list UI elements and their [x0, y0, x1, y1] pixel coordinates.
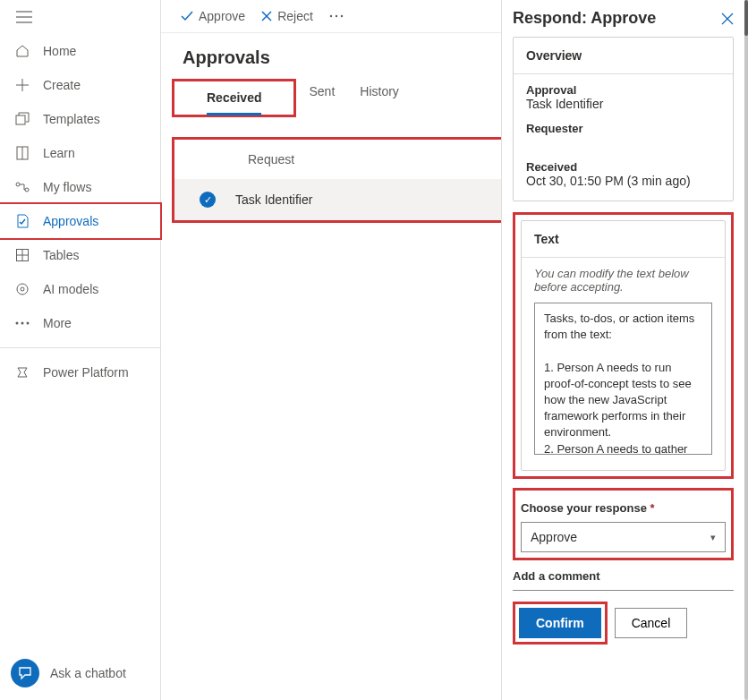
sidebar-item-tables[interactable]: Tables: [0, 238, 160, 272]
scrollbar-thumb[interactable]: [744, 0, 748, 36]
request-title: Task Identifier: [235, 192, 312, 207]
comment-label: Add a comment: [513, 569, 734, 583]
sidebar-item-learn[interactable]: Learn: [0, 136, 160, 170]
plus-icon: [14, 77, 30, 93]
svg-point-21: [336, 15, 337, 17]
approvals-icon: [14, 213, 30, 229]
svg-point-13: [17, 284, 28, 295]
sidebar-item-aimodels[interactable]: AI models: [0, 272, 160, 306]
svg-point-15: [16, 322, 19, 325]
panel-title: Respond: Approve: [513, 9, 656, 28]
flow-icon: [14, 179, 30, 195]
reject-label: Reject: [277, 9, 313, 23]
hamburger-icon: [16, 11, 32, 23]
sidebar-label: Create: [43, 78, 81, 92]
request-row[interactable]: ✓ Task Identifier: [174, 179, 505, 220]
table-icon: [14, 247, 30, 263]
sidebar-label: More: [43, 316, 72, 330]
x-icon: [261, 11, 272, 21]
sidebar-label: Learn: [43, 146, 75, 160]
selected-check-icon: ✓: [200, 192, 216, 208]
tab-received[interactable]: Received: [207, 81, 261, 115]
more-actions[interactable]: [329, 14, 344, 18]
confirm-button[interactable]: Confirm: [519, 608, 601, 638]
svg-point-14: [21, 287, 24, 291]
sidebar-label: Power Platform: [43, 365, 129, 380]
reject-action[interactable]: Reject: [261, 9, 313, 23]
chatbot-icon: [11, 659, 39, 687]
requester-value: [526, 135, 720, 149]
received-value: Oct 30, 01:50 PM (3 min ago): [526, 174, 720, 188]
text-input[interactable]: [534, 303, 712, 455]
check-icon: [181, 11, 193, 21]
response-label: Choose your response *: [521, 501, 726, 515]
sidebar-label: Home: [43, 44, 76, 58]
scrollbar[interactable]: [744, 0, 748, 700]
ellipsis-icon: [329, 14, 344, 18]
sidebar-item-create[interactable]: Create: [0, 68, 160, 102]
book-icon: [14, 145, 30, 161]
sidebar: Home Create Templates Learn My flows App…: [0, 0, 161, 700]
chatbot-launcher[interactable]: Ask a chatbot: [0, 646, 160, 700]
text-heading: Text: [522, 221, 725, 258]
requester-label: Requester: [526, 122, 720, 135]
response-label-text: Choose your response: [521, 501, 647, 515]
sidebar-label: AI models: [43, 282, 98, 296]
approval-label: Approval: [526, 83, 720, 97]
tab-history[interactable]: History: [360, 75, 399, 117]
sidebar-label: Tables: [43, 248, 79, 262]
chatbot-label: Ask a chatbot: [50, 666, 126, 680]
svg-point-16: [21, 322, 24, 325]
received-label: Received: [526, 160, 720, 174]
sidebar-item-myflows[interactable]: My flows: [0, 170, 160, 204]
comment-input[interactable]: [513, 590, 734, 591]
sidebar-label: Approvals: [43, 214, 98, 228]
cancel-button[interactable]: Cancel: [615, 608, 688, 638]
svg-point-20: [330, 15, 332, 17]
required-star: *: [650, 501, 655, 515]
powerplatform-icon: [14, 364, 30, 380]
more-icon: [14, 315, 30, 331]
respond-panel: Respond: Approve Overview Approval Task …: [501, 0, 744, 700]
svg-point-22: [341, 15, 343, 17]
svg-point-8: [16, 183, 20, 186]
templates-icon: [14, 111, 30, 127]
text-card: Text You can modify the text below befor…: [521, 220, 726, 471]
close-icon: [721, 13, 734, 25]
sidebar-item-home[interactable]: Home: [0, 34, 160, 68]
divider: [0, 347, 160, 348]
sidebar-item-approvals[interactable]: Approvals: [0, 204, 160, 238]
overview-card: Overview Approval Task Identifier Reques…: [513, 37, 734, 201]
svg-rect-5: [16, 115, 25, 124]
approval-value: Task Identifier: [526, 97, 720, 111]
chevron-down-icon: ▾: [710, 532, 716, 543]
sidebar-item-powerplatform[interactable]: Power Platform: [0, 355, 160, 389]
sidebar-item-templates[interactable]: Templates: [0, 102, 160, 136]
overview-heading: Overview: [514, 38, 733, 74]
approve-action[interactable]: Approve: [181, 9, 245, 23]
svg-point-17: [27, 322, 30, 325]
approve-label: Approve: [199, 9, 245, 23]
response-select[interactable]: Approve ▾: [521, 522, 726, 552]
svg-point-9: [25, 188, 29, 192]
hamburger-menu[interactable]: [0, 0, 160, 34]
sidebar-item-more[interactable]: More: [0, 306, 160, 340]
close-button[interactable]: [721, 13, 734, 25]
ai-icon: [14, 281, 30, 297]
tab-sent[interactable]: Sent: [309, 75, 335, 117]
response-value: Approve: [531, 530, 577, 544]
home-icon: [14, 43, 30, 59]
text-hint: You can modify the text below before acc…: [534, 267, 712, 294]
sidebar-label: Templates: [43, 112, 100, 126]
request-column-header: Request: [174, 140, 505, 179]
sidebar-label: My flows: [43, 180, 91, 194]
